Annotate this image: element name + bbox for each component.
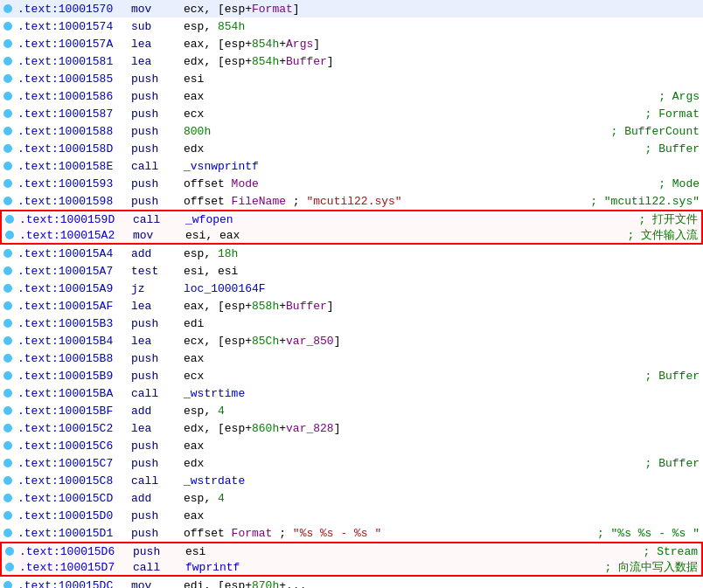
table-row[interactable]: .text:1000158Dpushedx; Buffer [0, 140, 703, 157]
table-row[interactable]: .text:10001598pushoffset FileName ; "mcu… [0, 192, 703, 210]
line-address: .text:10001581 [17, 55, 131, 68]
line-operands: _wstrdate [184, 474, 700, 488]
table-row[interactable]: .text:1000157Aleaeax, [esp+854h+Args] [0, 35, 703, 52]
table-row[interactable]: .text:1000159Dcall_wfopen; 打开文件 [0, 210, 703, 227]
table-row[interactable]: .text:100015DCmovedi, [esp+870h+... [0, 577, 703, 588]
operand-text: + [279, 38, 286, 51]
operand-text: ] [313, 38, 320, 51]
line-comment: ; BufferCount [611, 125, 700, 138]
table-row[interactable]: .text:10001574subesp, 854h [0, 17, 703, 35]
line-address: .text:100015A4 [17, 247, 131, 260]
line-comment: ; "mcutil22.sys" [590, 195, 700, 208]
line-comment: ; 向流中写入数据 [604, 559, 698, 575]
table-row[interactable]: .text:100015A4addesp, 18h [0, 245, 703, 262]
line-address: .text:1000158D [17, 142, 131, 156]
register: esi [218, 265, 238, 278]
table-row[interactable]: .text:100015D7callfwprintf; 向流中写入数据 [0, 559, 703, 577]
line-address: .text:100015AF [17, 300, 131, 313]
register: edx [184, 142, 204, 156]
line-mnemonic: call [131, 474, 184, 488]
table-row[interactable]: .text:100015D0pusheax [0, 507, 703, 524]
line-address: .text:100015B9 [17, 370, 131, 383]
line-mnemonic: push [131, 90, 184, 103]
table-row[interactable]: .text:10001593pushoffset Mode; Mode [0, 175, 703, 192]
operand-text: , [204, 492, 218, 505]
line-address: .text:100015D1 [17, 527, 131, 540]
line-operands: ecx [184, 370, 638, 383]
line-dot [3, 39, 12, 48]
line-operands: eax [184, 439, 700, 453]
table-row[interactable]: .text:100015CDaddesp, 4 [0, 489, 703, 507]
immediate: 858h [252, 300, 279, 313]
table-row[interactable]: .text:100015C6pusheax [0, 437, 703, 454]
line-operands: edx, [esp+854h+Buffer] [184, 55, 700, 68]
table-row[interactable]: .text:100015A9jzloc_1000164F [0, 280, 703, 297]
table-row[interactable]: .text:100015D1pushoffset Format ; "%s %s… [0, 524, 703, 542]
line-mnemonic: lea [131, 300, 184, 313]
table-row[interactable]: .text:100015BAcall_wstrtime [0, 384, 703, 402]
line-address: .text:1000157A [17, 38, 131, 51]
table-row[interactable]: .text:10001570movecx, [esp+Format] [0, 0, 703, 17]
line-operands: esp, 4 [184, 492, 700, 505]
call-target: _wfopen [185, 213, 233, 226]
operand-text: ] [334, 422, 341, 435]
table-row[interactable]: .text:100015A2movesi, eax; 文件输入流 [0, 227, 703, 245]
table-row[interactable]: .text:100015B8pusheax [0, 349, 703, 367]
operand-text: +... [279, 579, 306, 589]
table-row[interactable]: .text:100015C7pushedx; Buffer [0, 454, 703, 472]
register: esp [184, 20, 204, 33]
operand-text: , [esp+ [204, 300, 252, 313]
line-dot [3, 494, 12, 502]
table-row[interactable]: .text:10001588push800h; BufferCount [0, 122, 703, 140]
line-dot [3, 424, 12, 432]
line-dot [3, 459, 12, 467]
register: eax [184, 509, 204, 522]
table-row[interactable]: .text:100015BFaddesp, 4 [0, 402, 703, 419]
line-operands: edi, [esp+870h+... [184, 579, 700, 589]
line-operands: edi [184, 317, 700, 330]
line-operands: _wstrtime [184, 387, 700, 400]
register: eax [184, 300, 204, 313]
table-row[interactable]: .text:100015B9pushecx; Buffer [0, 367, 703, 384]
line-dot [3, 319, 12, 328]
table-row[interactable]: .text:100015D6pushesi; Stream [0, 542, 703, 559]
line-mnemonic: push [131, 527, 184, 540]
table-row[interactable]: .text:10001586pusheax; Args [0, 87, 703, 105]
table-row[interactable]: .text:100015AFleaeax, [esp+858h+Buffer] [0, 297, 703, 315]
table-row[interactable]: .text:100015A7testesi, esi [0, 262, 703, 280]
line-mnemonic: call [133, 213, 185, 226]
table-row[interactable]: .text:10001587pushecx; Format [0, 105, 703, 122]
line-dot [3, 4, 12, 13]
line-dot [3, 144, 12, 153]
line-address: .text:100015C8 [17, 474, 131, 488]
line-address: .text:100015B4 [17, 335, 131, 348]
line-operands: eax [184, 352, 700, 365]
immediate: 85Ch [252, 335, 279, 348]
line-operands: _wfopen [185, 213, 631, 226]
line-address: .text:10001588 [17, 125, 131, 138]
table-row[interactable]: .text:10001585pushesi [0, 70, 703, 87]
line-operands: eax, [esp+854h+Args] [184, 38, 700, 51]
line-mnemonic: sub [131, 20, 184, 33]
table-row[interactable]: .text:100015B3pushedi [0, 315, 703, 332]
string-literal: "mcutil22.sys" [306, 195, 401, 208]
offset-ref: FileName [232, 195, 286, 208]
table-row[interactable]: .text:10001581leaedx, [esp+854h+Buffer] [0, 52, 703, 70]
line-dot [3, 476, 12, 485]
line-dot [3, 92, 12, 100]
table-row[interactable]: .text:100015C8call_wstrdate [0, 472, 703, 489]
table-row[interactable]: .text:100015C2leaedx, [esp+860h+var_828] [0, 419, 703, 437]
line-operands: eax [184, 90, 651, 103]
line-address: .text:100015D6 [19, 545, 133, 558]
line-dot [3, 127, 12, 135]
line-address: .text:10001586 [17, 90, 131, 103]
table-row[interactable]: .text:100015B4leaecx, [esp+85Ch+var_850] [0, 332, 703, 349]
line-operands: edx [184, 142, 638, 156]
line-operands: ecx, [esp+Format] [184, 3, 700, 16]
line-address: .text:10001598 [17, 195, 131, 208]
operand-text: ; [286, 195, 306, 208]
line-dot [3, 406, 12, 415]
register: eax [184, 352, 204, 365]
table-row[interactable]: .text:1000158Ecall_vsnwprintf [0, 157, 703, 175]
operand-text: ] [334, 335, 341, 348]
